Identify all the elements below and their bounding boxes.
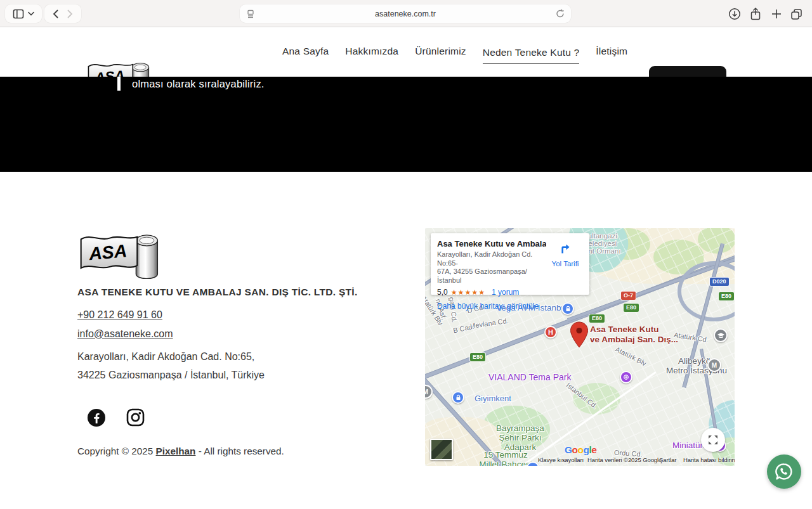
reviews-link[interactable]: 1 yorum bbox=[492, 288, 519, 297]
footer-logo-text: ASA bbox=[88, 240, 128, 264]
fullscreen-button[interactable] bbox=[701, 428, 725, 452]
report-map-error-link[interactable]: Harita hatası bildirin bbox=[683, 456, 735, 463]
rating-stars: ★★★★★ bbox=[451, 288, 485, 297]
directions-label: Yol Tarifi bbox=[545, 260, 586, 267]
hero-text: olması olarak sıralayabiliriz. bbox=[132, 78, 265, 90]
main-nav: Ana Sayfa Hakkımızda Ürünlerimiz Neden T… bbox=[282, 27, 627, 77]
road-badge-d020: D020 bbox=[709, 277, 730, 287]
nav-item-iletisim[interactable]: İletişim bbox=[596, 46, 627, 58]
whatsapp-icon bbox=[774, 461, 794, 482]
road-badge-e80: E80 bbox=[469, 352, 486, 362]
label-alibeykoy-metro[interactable]: Alibeyköy Metro İstasyonu bbox=[652, 356, 735, 375]
address-line-2: 34225 Gaziosmanpaşa / İstanbul, Türkiye bbox=[77, 370, 265, 381]
road-badge-o7: O-7 bbox=[620, 291, 636, 300]
road-badge-e80: E80 bbox=[623, 303, 639, 312]
instagram-icon[interactable] bbox=[126, 408, 145, 427]
nav-buttons-group bbox=[44, 4, 81, 23]
directions-icon bbox=[559, 242, 572, 255]
whatsapp-button[interactable] bbox=[767, 454, 801, 489]
pixelhan-link[interactable]: Pixelhan bbox=[156, 446, 196, 456]
map-info-card: Asa Teneke Kutu ve Ambalaj S... Karayoll… bbox=[431, 233, 589, 295]
road-badge-e80: E80 bbox=[589, 314, 605, 323]
address-line-1: Karayolları, Kadir Akdoğan Cad. No:65, bbox=[77, 351, 254, 363]
address-bar[interactable]: asateneke.com.tr bbox=[240, 4, 571, 23]
rating-value: 5,0 bbox=[437, 288, 448, 297]
keyboard-shortcuts-link[interactable]: Klavye kısayolları bbox=[538, 456, 584, 463]
sidebar-icon bbox=[13, 9, 24, 19]
copyright-suffix: - All rights reserved. bbox=[195, 446, 284, 456]
reader-page-icon[interactable] bbox=[246, 10, 255, 18]
site-header: ASA Ana Sayfa Hakkımızda Ürünlerimiz Ned… bbox=[0, 27, 812, 77]
tab-overview-button[interactable] bbox=[788, 6, 804, 22]
google-logo[interactable]: Google bbox=[565, 444, 596, 456]
shopping-poi-icon[interactable] bbox=[452, 391, 464, 404]
hero-accent-bar bbox=[117, 77, 121, 91]
nav-item-ana-sayfa[interactable]: Ana Sayfa bbox=[282, 46, 329, 58]
company-name: ASA TENEKE KUTU VE AMBALAJ SAN. DIŞ TİC.… bbox=[77, 287, 358, 298]
copyright-prefix: Copyright © 2025 bbox=[77, 446, 156, 456]
footer-logo[interactable]: ASA bbox=[77, 231, 161, 279]
road-badge-e80: E80 bbox=[718, 292, 735, 301]
school-poi-icon[interactable] bbox=[714, 328, 728, 342]
copyright: Copyright © 2025 Pixelhan - All rights r… bbox=[77, 446, 284, 457]
larger-map-link[interactable]: Daha büyük haritayı görüntüle bbox=[437, 302, 583, 311]
map-pin-label[interactable]: Asa Teneke Kutu ve Ambalaj San. Dış... bbox=[590, 325, 678, 344]
share-icon[interactable] bbox=[747, 6, 764, 22]
sidebar-toggle-button[interactable] bbox=[5, 4, 42, 23]
map-card-title: Asa Teneke Kutu ve Ambalaj S... bbox=[437, 239, 546, 248]
phone-link[interactable]: +90 212 649 91 60 bbox=[77, 309, 162, 321]
facebook-icon[interactable] bbox=[87, 408, 106, 427]
directions-button[interactable]: Yol Tarifi bbox=[545, 242, 586, 267]
browser-toolbar: asateneke.com.tr bbox=[0, 0, 812, 27]
chevron-down-icon bbox=[28, 11, 34, 16]
nav-item-hakkimizda[interactable]: Hakkımızda bbox=[345, 46, 398, 58]
map-data-attribution: Harita verileri ©2025 Google bbox=[587, 456, 662, 463]
label-bayrampasa-park: Bayrampaşa Şehir Parkı Adapark bbox=[488, 423, 552, 452]
forward-button[interactable] bbox=[67, 10, 73, 18]
map-pin[interactable] bbox=[570, 321, 589, 348]
new-tab-button[interactable] bbox=[768, 6, 785, 22]
back-button[interactable] bbox=[53, 10, 58, 18]
email-link[interactable]: info@asateneke.com bbox=[77, 328, 173, 340]
satellite-layer-toggle[interactable] bbox=[430, 439, 453, 460]
terms-link[interactable]: Şartlar bbox=[659, 456, 676, 463]
theme-park-poi-icon[interactable] bbox=[620, 371, 632, 383]
reload-icon[interactable] bbox=[556, 9, 565, 18]
label-giyimkent[interactable]: Giyimkent bbox=[475, 394, 511, 403]
nav-item-neden-teneke-kutu[interactable]: Neden Teneke Kutu ? bbox=[483, 47, 580, 64]
downloads-button[interactable] bbox=[726, 6, 743, 22]
nav-item-urunlerimiz[interactable]: Ürünlerimiz bbox=[415, 46, 466, 58]
url-text: asateneke.com.tr bbox=[255, 10, 556, 18]
fullscreen-icon bbox=[707, 434, 719, 446]
metro-poi-icon[interactable]: M bbox=[707, 358, 721, 372]
hero-section: olması olarak sıralayabiliriz. bbox=[0, 77, 812, 172]
label-vialand[interactable]: VIALAND Tema Park bbox=[488, 372, 571, 382]
google-map-embed[interactable]: O-7 E80 E80 E80 E80 D020 Sultangazi Bele… bbox=[425, 228, 735, 466]
map-card-address: Karayolları, Kadir Akdoğan Cd. No:65- 67… bbox=[437, 250, 547, 285]
map-card-rating-row: 5,0 ★★★★★ 1 yorum bbox=[437, 288, 583, 297]
hospital-poi-icon[interactable]: H bbox=[544, 326, 557, 338]
